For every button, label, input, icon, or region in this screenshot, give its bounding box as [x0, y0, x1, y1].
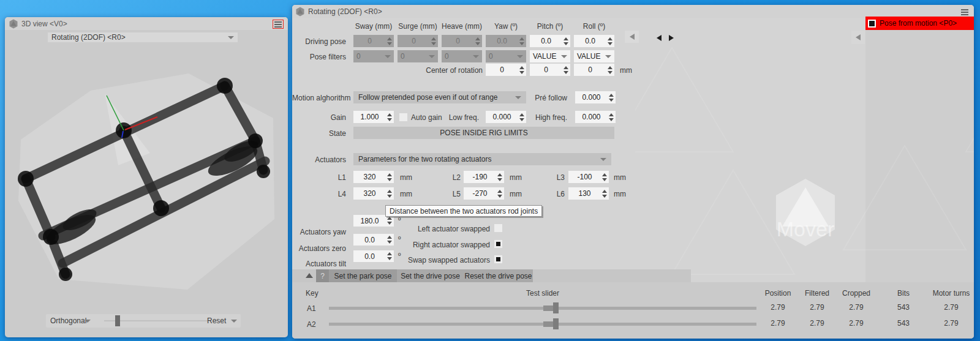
- rig-menu-icon[interactable]: [959, 7, 970, 17]
- l5-label: L5: [409, 190, 461, 198]
- rig-selector-dropdown[interactable]: Rotating (2DOF) <R0>: [48, 32, 238, 42]
- step-forward-icon[interactable]: [669, 35, 674, 41]
- help-button[interactable]: ?: [316, 269, 329, 282]
- column-header-surge: Surge (mm): [398, 22, 438, 31]
- a2-slider-thumb[interactable]: [553, 318, 559, 329]
- filter-yaw-dropdown: 0: [486, 50, 526, 62]
- center-rotation-z-spinner[interactable]: 0: [574, 64, 614, 76]
- mover-hexagon-icon: [295, 7, 305, 17]
- column-header-yaw: Yaw (º): [486, 22, 526, 31]
- left-swapped-checkbox[interactable]: [494, 224, 502, 232]
- state-label: State: [292, 129, 346, 138]
- l2-label: L2: [409, 173, 461, 182]
- driving-pose-label: Driving pose: [292, 37, 346, 46]
- l1-label: L1: [292, 173, 346, 182]
- reset-view-dropdown[interactable]: Reset: [207, 317, 226, 325]
- actuators-zero-label: Actuators zero: [292, 244, 346, 253]
- l6-unit: mm: [614, 190, 626, 198]
- gain-spinner[interactable]: 1.000: [353, 111, 394, 123]
- background-pattern: [635, 23, 974, 280]
- low-freq-spinner[interactable]: 0.000: [486, 111, 526, 123]
- set-park-pose-button[interactable]: Set the park pose: [329, 269, 397, 282]
- projection-chevron-icon[interactable]: [85, 320, 91, 323]
- a1-cropped: 2.79: [832, 303, 881, 312]
- l4-label: L4: [292, 190, 346, 198]
- driving-pose-yaw-spinner: 0.0: [486, 35, 526, 47]
- l2-spinner[interactable]: -190: [464, 171, 504, 183]
- arrow-left-icon: [630, 34, 635, 40]
- a1-test-slider-track[interactable]: [329, 307, 756, 310]
- l6-label: L6: [513, 190, 565, 198]
- swap-swapped-checkbox[interactable]: [494, 255, 502, 263]
- filter-roll-dropdown[interactable]: VALUE: [574, 50, 614, 62]
- arrow-left-icon: [856, 34, 861, 40]
- center-rotation-x-spinner[interactable]: 0: [486, 64, 526, 76]
- driving-pose-pitch-spinner[interactable]: 0.0: [530, 35, 570, 47]
- driving-pose-roll-spinner[interactable]: 0.0: [574, 35, 614, 47]
- swap-swapped-label: Swap swapped actuators: [353, 256, 490, 264]
- column-header-sway: Sway (mm): [353, 22, 394, 31]
- rig-titlebar: Rotating (2DOF) <R0>: [292, 5, 974, 18]
- tooltip: Distance between the two actuators rod j…: [385, 205, 542, 217]
- rig-3d-viewport[interactable]: [5, 17, 288, 337]
- chevron-down-icon: [600, 158, 606, 161]
- l6-spinner[interactable]: 130: [568, 187, 609, 200]
- 3d-view-panel: 3D view <V0>: [5, 17, 288, 337]
- test-slider-header: Test slider: [512, 289, 573, 298]
- pose-from-motion-checkbox[interactable]: [868, 20, 876, 28]
- desktop: { "colors": { "accent_red": "#fa0400", "…: [0, 0, 980, 341]
- chevron-down-icon: [228, 36, 234, 39]
- yaw-unit: º: [398, 216, 401, 225]
- actuators-preset-dropdown[interactable]: Parameters for the two rotating actuator…: [353, 153, 611, 165]
- rig-selector-value: Rotating (2DOF) <R0>: [51, 33, 126, 42]
- collapse-section-icon[interactable]: [306, 273, 313, 278]
- rig-panel-title: Rotating (2DOF) <R0>: [308, 7, 382, 16]
- l4-spinner[interactable]: 320: [353, 187, 394, 200]
- key-header: Key: [306, 289, 318, 298]
- rig-settings-panel: Rotating (2DOF) <R0> Mover Pose from mot…: [292, 5, 974, 339]
- pose-from-motion-label: Pose from motion <P0>: [880, 19, 957, 28]
- motion-algorithm-label: Motion alghorithm: [292, 94, 346, 102]
- a2-test-slider-track[interactable]: [329, 323, 756, 326]
- outputs-section: Key Test slider Position Filtered Croppe…: [292, 282, 974, 339]
- reset-drive-pose-button[interactable]: Reset the drive pose: [464, 269, 533, 282]
- a1-motor-turns: 2.79: [921, 303, 974, 312]
- pose-source-collapse-button[interactable]: [851, 31, 865, 44]
- set-drive-pose-button[interactable]: Set the drive pose: [397, 269, 464, 282]
- zoom-slider-thumb[interactable]: [115, 315, 120, 326]
- driving-pose-sway-spinner: 0: [353, 35, 394, 47]
- high-freq-spinner[interactable]: 0.000: [575, 111, 616, 123]
- step-back-icon[interactable]: [657, 35, 662, 41]
- filter-pitch-dropdown[interactable]: VALUE: [530, 50, 570, 62]
- a2-cropped: 2.79: [832, 319, 881, 328]
- a1-slider-thumb[interactable]: [553, 302, 559, 313]
- pose-filters-label: Pose filters: [292, 53, 346, 61]
- column-header-heave: Heave (mm): [442, 22, 482, 31]
- right-swapped-checkbox[interactable]: [494, 240, 502, 248]
- center-rotation-y-spinner[interactable]: 0: [530, 64, 570, 76]
- state-value: POSE INSIDE RIG LIMITS: [353, 127, 614, 139]
- pre-follow-spinner[interactable]: 0.000: [575, 91, 616, 103]
- driving-pose-surge-spinner: 0: [398, 35, 438, 47]
- row-a2-key: A2: [307, 320, 316, 329]
- left-swapped-label: Left actuator swapped: [353, 225, 490, 233]
- column-header-roll: Roll (º): [574, 22, 614, 31]
- motion-algorithm-dropdown[interactable]: Follow pretended pose even if out of ran…: [353, 91, 526, 103]
- l3-spinner[interactable]: -100: [568, 171, 609, 183]
- reset-chevron-icon[interactable]: [231, 320, 237, 323]
- l5-spinner[interactable]: -270: [464, 187, 504, 200]
- auto-gain-checkbox[interactable]: [399, 113, 407, 121]
- motor-turns-header: Motor turns: [921, 289, 974, 298]
- pose-section-collapse-button[interactable]: [625, 31, 639, 43]
- l3-label: L3: [513, 173, 565, 182]
- l1-spinner[interactable]: 320: [353, 171, 394, 183]
- column-header-pitch: Pitch (º): [530, 22, 570, 31]
- high-freq-label: High freq.: [525, 113, 567, 122]
- a2-motor-turns: 2.79: [921, 319, 974, 328]
- actuators-label: Actuators: [292, 156, 346, 164]
- cropped-header: Cropped: [832, 289, 881, 298]
- pose-from-motion-badge[interactable]: Pose from motion <P0>: [865, 17, 974, 30]
- filter-heave-dropdown: 0: [442, 50, 482, 62]
- driving-pose-heave-spinner: 0: [442, 35, 482, 47]
- projection-dropdown[interactable]: Orthogonal: [50, 317, 86, 325]
